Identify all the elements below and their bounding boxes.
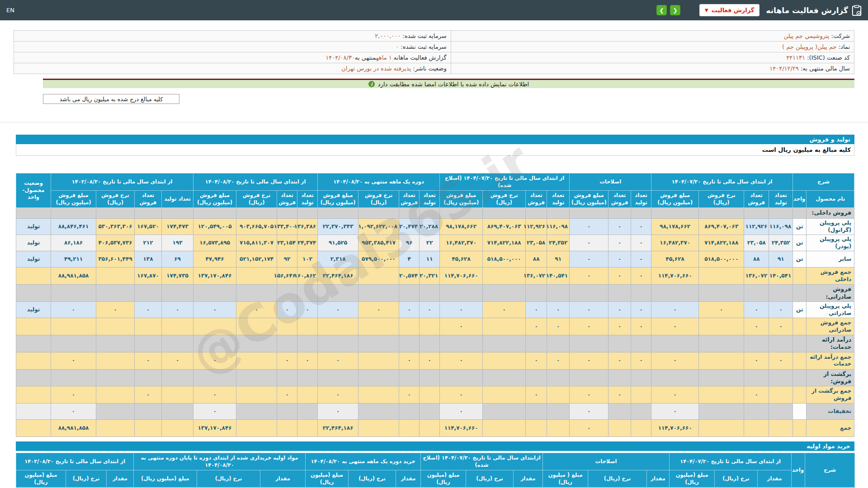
language-switch-en[interactable]: EN — [6, 7, 14, 14]
value-cell — [699, 420, 744, 437]
value-cell: ۰ — [399, 352, 420, 369]
value-cell: ۰ — [570, 267, 609, 285]
value-cell: ۰ — [277, 301, 297, 318]
value-cell: ۱۵۶,۶۴۶ — [277, 267, 297, 285]
value-cell — [236, 369, 277, 386]
value-cell — [631, 420, 651, 437]
status-cell — [16, 267, 51, 285]
value-cell: ۷۱۴,۸۲۲,۱۸۸ — [699, 235, 744, 251]
next-report-button[interactable]: ❯ — [670, 5, 680, 15]
value-cell: ۰ — [609, 251, 631, 267]
value-cell: ۱۶۷,۵۲۰ — [135, 219, 162, 235]
value-cell: ۰ — [699, 301, 744, 318]
value-cell — [769, 386, 793, 404]
value-cell — [297, 369, 318, 386]
value-cell — [699, 318, 744, 335]
value-cell: ۰ — [193, 301, 236, 318]
value-cell: ۱۲۰,۵۴۹,۰۰۵ — [193, 219, 236, 235]
measure-header: مبلغ فروش (میلیون ریال) — [51, 191, 96, 208]
report-type-dropdown[interactable]: گزارش فعالیت ▼ — [699, 4, 760, 16]
value-cell — [440, 335, 483, 352]
info-cell: شرکت: پتروشيمي جم پيلن — [451, 31, 854, 42]
value-cell — [96, 386, 135, 404]
status-cell — [16, 386, 51, 404]
value-cell: ۰ — [570, 301, 609, 318]
measure-header: نرخ فروش (ریال) — [483, 191, 526, 208]
value-cell: ۰ — [631, 235, 651, 251]
measure-header: تعداد فروش — [399, 191, 420, 208]
value-cell: ۸۶,۱۸۶ — [51, 235, 96, 251]
value-cell: ۸۸,۹۸۱,۸۵۸ — [51, 267, 96, 285]
value-cell: ۰ — [420, 352, 440, 369]
measure-header: تعداد تولید — [420, 191, 440, 208]
value-cell: ۰ — [570, 235, 609, 251]
value-cell: ۲۳,۰۵۸ — [526, 235, 547, 251]
value-cell: ۷۱۵,۸۱۱,۳۰۷ — [236, 235, 277, 251]
value-cell — [399, 335, 420, 352]
value-cell — [483, 335, 526, 352]
prev-report-button[interactable]: ❮ — [656, 5, 667, 15]
value-cell — [297, 335, 318, 352]
info-cell: سال مالی منتهی به: ۱۴۰۴/۱۲/۲۹ — [451, 63, 854, 74]
value-cell: ۲۰,۵۷۴ — [399, 267, 420, 285]
value-cell — [399, 404, 420, 420]
value-cell: ۱۱۲,۹۲۶ — [744, 219, 769, 235]
value-cell — [570, 285, 609, 302]
value-cell — [399, 208, 420, 219]
value-cell — [399, 369, 420, 386]
measure-header: مبلغ (میلیون ریال) — [134, 470, 197, 488]
value-cell: ۰ — [570, 251, 609, 267]
amounts-unit-text: کلیه مبالغ درج شده به میلیون ریال می باش… — [60, 96, 163, 103]
value-cell — [297, 208, 318, 219]
value-cell: ۱,۰۹۲,۶۲۲,۰۰۸ — [359, 219, 399, 235]
value-cell — [359, 352, 399, 369]
value-cell — [651, 208, 699, 219]
unit-cell: تن — [793, 301, 807, 318]
period-group-header: از ابتدای سال مالی تا تاریخ ۱۴۰۴/۰۷/۳۰ — [651, 174, 793, 191]
value-cell: ۰ — [399, 301, 420, 318]
value-cell: ۸۸,۹۸۱,۸۵۸ — [51, 420, 96, 437]
status-cell — [16, 335, 51, 352]
page-title-group: گزارش فعالیت ماهانه — [766, 5, 862, 16]
row-label: پلي پروپيلن (گرانول) — [807, 219, 854, 235]
value-cell: ۱۳۶,۰۷۲ — [744, 267, 769, 285]
status-cell — [16, 352, 51, 369]
value-cell: ۰ — [318, 404, 359, 420]
value-cell: ۰ — [135, 386, 162, 404]
value-cell — [277, 420, 297, 437]
value-cell: ۲۰,۴۷۴ — [399, 219, 420, 235]
value-cell: ۰ — [769, 318, 793, 335]
measure-header: مبلغ (میلیون ریال) — [16, 470, 66, 488]
value-cell — [297, 386, 318, 404]
value-cell: ۰ — [318, 352, 359, 369]
value-cell: ۱۳۶,۳۸۶ — [297, 219, 318, 235]
value-cell — [96, 404, 135, 420]
value-cell — [96, 420, 135, 437]
value-cell — [570, 208, 609, 219]
info-cell: سرمایه ثبت شده: ۲,۰۰۰,۰۰۰ — [14, 31, 451, 42]
status-cell — [16, 404, 51, 420]
measure-header: نرخ فروش (ریال) — [236, 191, 277, 208]
value-cell — [359, 267, 399, 285]
row-label: پلي پروپيلن (پودر) — [807, 235, 854, 251]
value-cell — [483, 386, 526, 404]
value-cell: ۰ — [96, 301, 135, 318]
measure-header: تعداد تولید — [631, 191, 651, 208]
value-cell — [193, 335, 236, 352]
value-cell — [318, 208, 359, 219]
period-group-header: از ابتدای سال مالی تا تاریخ ۱۴۰۴/۰۸/۳۰ — [193, 174, 318, 191]
measure-header: نرخ (ریال) — [349, 470, 396, 488]
value-cell: ۱۰۲ — [297, 251, 318, 267]
value-cell — [96, 208, 135, 219]
value-cell — [135, 369, 162, 386]
value-cell — [193, 208, 236, 219]
value-cell — [483, 404, 526, 420]
measure-header: تعداد تولید — [162, 191, 193, 208]
value-cell: ۶۹ — [162, 251, 193, 267]
value-cell: ۰ — [651, 352, 699, 369]
value-cell — [318, 369, 359, 386]
measure-header: مقدار — [758, 470, 792, 488]
value-cell — [277, 335, 297, 352]
measure-header: مبلغ فروش (میلیون ریال) — [193, 191, 236, 208]
value-cell: ۹۸,۱۷۸,۶۶۲ — [440, 219, 483, 235]
